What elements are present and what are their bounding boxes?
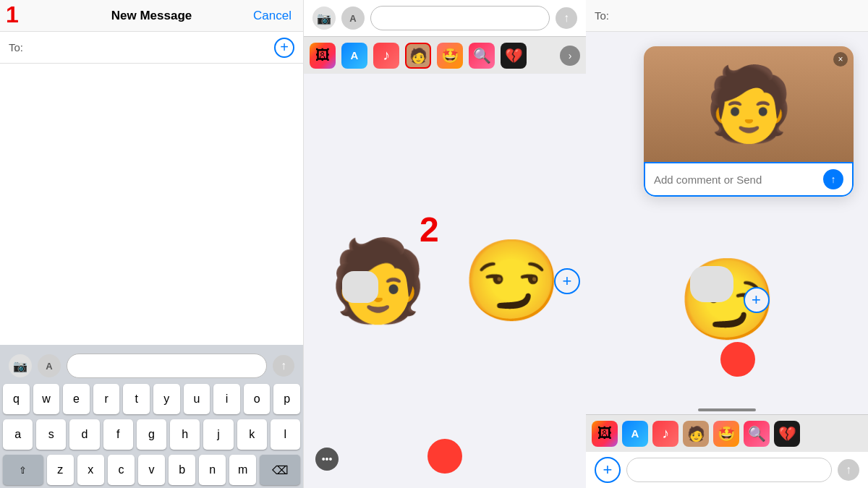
- right-compose-bar: + ↑: [586, 452, 868, 488]
- right-globe-icon[interactable]: 🔍: [744, 421, 770, 447]
- middle-panel: 2 📷 A ↑ 🖼 A ♪ 🧑 🤩 🔍 💔 › 🧑 😏: [304, 0, 586, 488]
- right-content: 🧑 × ↑ 😏 +: [586, 32, 868, 406]
- keyboard-row-3: ⇧ z x c v b n m ⌫: [3, 455, 300, 485]
- right-compose-input[interactable]: [626, 458, 832, 482]
- key-e[interactable]: e: [63, 384, 90, 414]
- right-panel: 3 To: 🧑 × ↑ 😏 +: [586, 0, 868, 488]
- globe-app-icon[interactable]: 🔍: [469, 43, 495, 69]
- key-h[interactable]: h: [170, 419, 200, 450]
- right-appstore-icon[interactable]: A: [622, 421, 648, 447]
- cancel-button[interactable]: Cancel: [253, 9, 292, 23]
- key-c[interactable]: c: [108, 455, 135, 485]
- key-r[interactable]: r: [93, 384, 120, 414]
- right-speech-bubble: [690, 266, 733, 302]
- key-s[interactable]: s: [36, 419, 66, 450]
- right-app-strip: 🖼 A ♪ 🧑 🤩 🔍 💔: [586, 414, 868, 452]
- keyboard-rows: q w e r t y u i o p a s d f g h j k l: [3, 384, 300, 485]
- send-button-left[interactable]: ↑: [273, 355, 294, 377]
- memoji-winking-item[interactable]: 😏: [461, 220, 563, 343]
- record-button-right[interactable]: [720, 342, 755, 377]
- right-top-bar: To:: [586, 0, 868, 32]
- memoji-preview-popup: 🧑 × ↑: [644, 46, 854, 197]
- right-photos-icon[interactable]: 🖼: [592, 421, 618, 447]
- nav-bar: 1 New Message Cancel: [0, 0, 303, 32]
- appstore-toolbar-icon[interactable]: A: [38, 354, 61, 377]
- key-z[interactable]: z: [47, 455, 74, 485]
- nav-title: New Message: [111, 9, 192, 23]
- keyboard-area: 📷 A ↑ q w e r t y u i o p a s d f: [0, 345, 303, 488]
- popup-send-button[interactable]: ↑: [823, 169, 843, 189]
- middle-camera-icon[interactable]: 📷: [312, 7, 336, 30]
- key-n[interactable]: n: [199, 455, 226, 485]
- record-button-middle[interactable]: [427, 439, 462, 474]
- middle-compose-input[interactable]: [370, 6, 550, 30]
- memoji-neutral-item[interactable]: 🧑: [328, 220, 429, 343]
- key-l[interactable]: l: [271, 419, 300, 450]
- key-u[interactable]: u: [184, 384, 210, 414]
- app-strip-chevron[interactable]: ›: [560, 46, 580, 66]
- right-memoji-icon[interactable]: 🧑: [683, 421, 709, 447]
- key-o[interactable]: o: [244, 384, 271, 414]
- more-button-middle[interactable]: •••: [315, 448, 339, 471]
- right-send-button[interactable]: ↑: [838, 459, 859, 481]
- key-w[interactable]: w: [33, 384, 60, 414]
- to-input[interactable]: [27, 41, 270, 53]
- popup-memoji-image: 🧑: [644, 46, 854, 162]
- key-q[interactable]: q: [3, 384, 30, 414]
- key-p[interactable]: p: [273, 384, 300, 414]
- left-panel: 1 New Message Cancel To: + 📷 A ↑ q w e r…: [0, 0, 304, 488]
- step1-badge: 1: [6, 3, 19, 26]
- plus-button-middle[interactable]: +: [554, 268, 580, 294]
- middle-appstore-icon[interactable]: A: [341, 7, 365, 30]
- right-heartbreak-icon[interactable]: 💔: [774, 421, 800, 447]
- popup-close-button[interactable]: ×: [833, 52, 848, 67]
- step2-badge: 2: [420, 210, 439, 249]
- key-g[interactable]: g: [137, 419, 166, 450]
- speech-bubble-left: [342, 271, 378, 303]
- camera-toolbar-icon[interactable]: 📷: [9, 354, 32, 377]
- key-a[interactable]: a: [3, 419, 33, 450]
- popup-comment-input[interactable]: [654, 174, 817, 186]
- key-b[interactable]: b: [169, 455, 195, 485]
- middle-app-strip: 🖼 A ♪ 🧑 🤩 🔍 💔 ›: [304, 36, 586, 74]
- key-j[interactable]: j: [203, 419, 233, 450]
- right-plus-button[interactable]: +: [595, 457, 621, 483]
- music-app-icon[interactable]: ♪: [373, 43, 399, 69]
- key-t[interactable]: t: [123, 384, 150, 414]
- memoji-app-icon[interactable]: 🧑: [405, 43, 431, 69]
- popup-input-row: ↑: [644, 162, 854, 197]
- heartbreak-app-icon[interactable]: 💔: [501, 43, 527, 69]
- plus-button-right[interactable]: +: [744, 287, 770, 313]
- key-y[interactable]: y: [153, 384, 180, 414]
- key-i[interactable]: i: [213, 384, 240, 414]
- keyboard-row-1: q w e r t y u i o p: [3, 384, 300, 414]
- key-m[interactable]: m: [229, 455, 256, 485]
- key-v[interactable]: v: [138, 455, 165, 485]
- add-recipient-button[interactable]: +: [274, 38, 294, 58]
- middle-compose-bar: 📷 A ↑: [304, 0, 586, 36]
- appstore-app-icon[interactable]: A: [341, 43, 367, 69]
- sticker-app-icon[interactable]: 🤩: [437, 43, 463, 69]
- key-f[interactable]: f: [103, 419, 133, 450]
- key-backspace[interactable]: ⌫: [260, 455, 300, 485]
- key-d[interactable]: d: [69, 419, 99, 450]
- divider-line: [698, 408, 756, 411]
- right-music-icon[interactable]: ♪: [652, 421, 678, 447]
- middle-send-button[interactable]: ↑: [556, 7, 577, 29]
- keyboard-row-2: a s d f g h j k l: [3, 419, 300, 450]
- right-to-input[interactable]: [613, 9, 751, 22]
- key-x[interactable]: x: [77, 455, 104, 485]
- right-to-label: To:: [595, 9, 609, 22]
- right-sticker-icon[interactable]: 🤩: [713, 421, 739, 447]
- photos-app-icon[interactable]: 🖼: [310, 43, 336, 69]
- right-memoji-area: 😏 +: [678, 208, 777, 391]
- compose-input[interactable]: [67, 354, 267, 378]
- key-shift[interactable]: ⇧: [3, 455, 43, 485]
- to-label: To:: [9, 41, 23, 53]
- key-k[interactable]: k: [237, 419, 267, 450]
- to-field: To: +: [0, 32, 303, 64]
